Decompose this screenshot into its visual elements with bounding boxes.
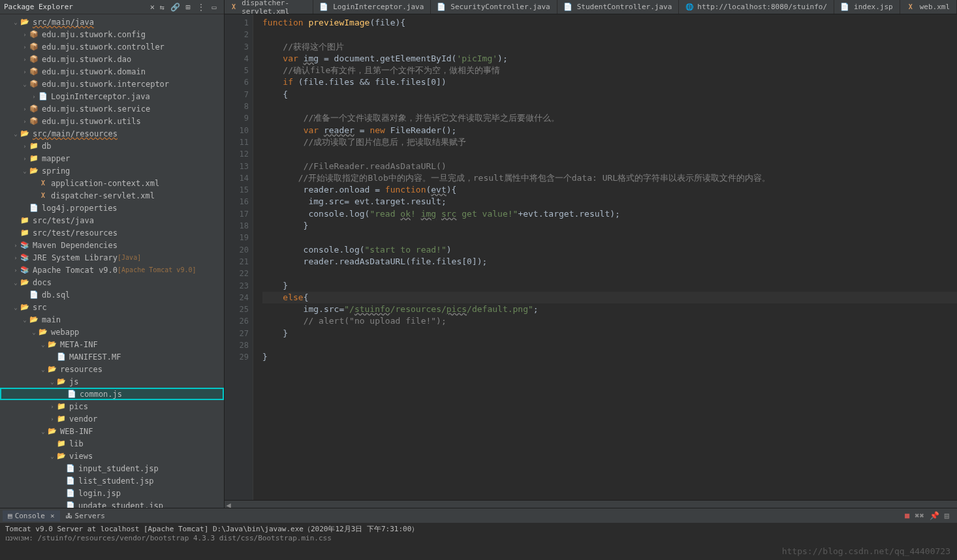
chevron-right-icon[interactable]: › xyxy=(21,44,29,50)
tree-item[interactable]: ⌄main xyxy=(0,313,224,326)
code-line[interactable]: reader.readAsDataURL(file.files[0]); xyxy=(262,256,957,268)
tree-item[interactable]: ›Maven Dependencies xyxy=(0,239,224,251)
editor-tab[interactable]: StudentController.java xyxy=(557,0,680,14)
tree-item[interactable]: ⌄WEB-INF xyxy=(0,425,224,437)
tree-item[interactable]: ⌄spring xyxy=(0,164,224,177)
code-line[interactable] xyxy=(262,339,957,351)
chevron-down-icon[interactable]: ⌄ xyxy=(21,81,29,87)
tree-item[interactable]: ›edu.mju.stuwork.controller xyxy=(0,40,224,53)
chevron-right-icon[interactable]: › xyxy=(48,416,56,422)
chevron-right-icon[interactable]: › xyxy=(21,69,29,75)
chevron-right-icon[interactable]: › xyxy=(48,403,56,410)
code-line[interactable]: var reader = new FileReader(); xyxy=(262,125,957,136)
tree-item[interactable]: ›vendor xyxy=(0,412,224,425)
editor-tab[interactable]: http://localhost:8080/stuinfo/ xyxy=(679,0,834,14)
tree-item[interactable]: ⌄src/main/resources xyxy=(0,127,224,140)
code-line[interactable]: console.log("start to read!") xyxy=(262,244,957,256)
tree-item[interactable]: ›edu.mju.stuwork.service xyxy=(0,102,224,115)
tree-item[interactable]: ›edu.mju.stuwork.config xyxy=(0,28,224,40)
tree-item[interactable]: ⌄docs xyxy=(0,276,224,288)
code-line[interactable]: //FileReader.readAsDataURL() xyxy=(262,161,957,172)
tree-item[interactable]: input_student.jsp xyxy=(0,462,224,474)
tree-item[interactable]: update_student.jsp xyxy=(0,499,224,508)
code-line[interactable] xyxy=(262,29,957,40)
code-line[interactable] xyxy=(262,148,957,160)
code-editor[interactable]: function previewImage(file){ //获得这个图片 va… xyxy=(253,14,957,500)
tree-item[interactable]: login.jsp xyxy=(0,487,224,499)
view-menu-icon[interactable]: ⋮ xyxy=(196,3,206,12)
chevron-right-icon[interactable]: › xyxy=(12,242,20,249)
code-line[interactable]: img.src="/stuinfo/resources/pics/default… xyxy=(262,303,957,315)
code-line[interactable]: console.log("read ok! img src get value!… xyxy=(262,208,957,220)
chevron-down-icon[interactable]: ⌄ xyxy=(39,341,47,348)
chevron-down-icon[interactable]: ⌄ xyxy=(39,428,47,435)
chevron-down-icon[interactable]: ⌄ xyxy=(48,379,56,385)
code-line[interactable]: if (file.files && file.files[0]) xyxy=(262,76,957,88)
editor-tab[interactable]: dispatcher-servlet.xml xyxy=(225,0,313,14)
tree-item[interactable]: ⌄src xyxy=(0,301,224,313)
editor-tab[interactable]: web.xml xyxy=(900,0,957,14)
code-line[interactable] xyxy=(262,232,957,243)
code-line[interactable] xyxy=(262,101,957,112)
chevron-right-icon[interactable]: › xyxy=(12,267,20,273)
code-line[interactable]: //获得这个图片 xyxy=(262,41,957,53)
tree-item[interactable]: ›Apache Tomcat v9.0 [Apache Tomcat v9.0] xyxy=(0,264,224,276)
tree-item[interactable]: log4j.properties xyxy=(0,202,224,214)
chevron-down-icon[interactable]: ⌄ xyxy=(12,304,20,311)
chevron-right-icon[interactable]: › xyxy=(21,31,29,38)
tree-item[interactable]: list_student.jsp xyxy=(0,474,224,487)
close-icon[interactable]: × xyxy=(148,3,157,12)
code-line[interactable]: } xyxy=(262,220,957,232)
pin-icon[interactable]: 📌 xyxy=(930,511,939,520)
code-line[interactable]: var img = document.getElementById('picIm… xyxy=(262,53,957,65)
tree-item[interactable]: ⌄js xyxy=(0,375,224,388)
collapse-all-icon[interactable]: ⇆ xyxy=(157,3,166,12)
focus-icon[interactable]: ⊞ xyxy=(183,3,193,12)
chevron-right-icon[interactable]: › xyxy=(21,56,29,63)
tree-item[interactable]: ›pics xyxy=(0,400,224,412)
tree-item[interactable]: src/test/java xyxy=(0,214,224,226)
tree-item[interactable]: ⌄resources xyxy=(0,363,224,375)
chevron-right-icon[interactable]: › xyxy=(30,93,38,100)
tree-item[interactable]: ›db xyxy=(0,140,224,152)
tree-item[interactable]: ⌄webapp xyxy=(0,326,224,338)
minimize-icon[interactable]: ▭ xyxy=(210,3,219,12)
chevron-right-icon[interactable]: › xyxy=(21,118,29,125)
code-line[interactable]: //准备一个文件读取器对象，并告诉它文件读取完毕之后要做什么。 xyxy=(262,112,957,124)
tree-item[interactable]: ⌄edu.mju.stuwork.interceptor xyxy=(0,78,224,90)
editor-tab[interactable]: SecurityController.java xyxy=(431,0,557,14)
editor-tabs[interactable]: dispatcher-servlet.xmlLoginInterceptor.j… xyxy=(225,0,957,14)
tree-item[interactable]: dispatcher-servlet.xml xyxy=(0,189,224,202)
code-line[interactable]: function previewImage(file){ xyxy=(262,17,957,29)
code-line[interactable]: } xyxy=(262,328,957,339)
editor-tab[interactable]: index.jsp xyxy=(834,0,900,14)
tree-item[interactable]: ›JRE System Library [Java] xyxy=(0,251,224,264)
code-line[interactable]: // alert("no upload file!"); xyxy=(262,315,957,327)
chevron-right-icon[interactable]: › xyxy=(21,155,29,162)
tree-item[interactable]: MANIFEST.MF xyxy=(0,350,224,363)
chevron-down-icon[interactable]: ⌄ xyxy=(30,329,38,335)
code-line[interactable]: else{ xyxy=(262,292,957,303)
code-line[interactable]: reader.onload = function(evt){ xyxy=(262,184,957,196)
chevron-down-icon[interactable]: ⌄ xyxy=(39,366,47,373)
tree-item[interactable]: ›mapper xyxy=(0,152,224,164)
tree-item[interactable]: lib xyxy=(0,437,224,450)
chevron-down-icon[interactable]: ⌄ xyxy=(12,19,20,25)
code-line[interactable]: //确认file有文件，且第一个文件不为空，做相关的事情 xyxy=(262,65,957,76)
tree-item[interactable]: src/test/resources xyxy=(0,226,224,239)
code-line[interactable] xyxy=(262,268,957,279)
close-icon[interactable]: × xyxy=(50,512,55,520)
link-editor-icon[interactable]: 🔗 xyxy=(170,3,180,12)
code-line[interactable]: //开始读取指定的Blob中的内容。一旦完成，result属性中将包含一个dat… xyxy=(262,172,957,184)
code-line[interactable]: //成功读取了图片信息后，把读取结果赋予 xyxy=(262,136,957,148)
chevron-right-icon[interactable]: › xyxy=(21,106,29,112)
chevron-down-icon[interactable]: ⌄ xyxy=(48,453,56,459)
code-line[interactable]: img.src= evt.target.result; xyxy=(262,196,957,208)
editor-tab[interactable]: LoginInterceptor.java xyxy=(313,0,431,14)
chevron-down-icon[interactable]: ⌄ xyxy=(12,131,20,137)
tree-item[interactable]: ›LoginInterceptor.java xyxy=(0,90,224,102)
code-line[interactable]: } xyxy=(262,280,957,292)
horizontal-scrollbar[interactable]: ◀ xyxy=(225,500,957,508)
tree-item[interactable]: common.js xyxy=(0,388,224,400)
tree-item[interactable]: application-context.xml xyxy=(0,177,224,189)
